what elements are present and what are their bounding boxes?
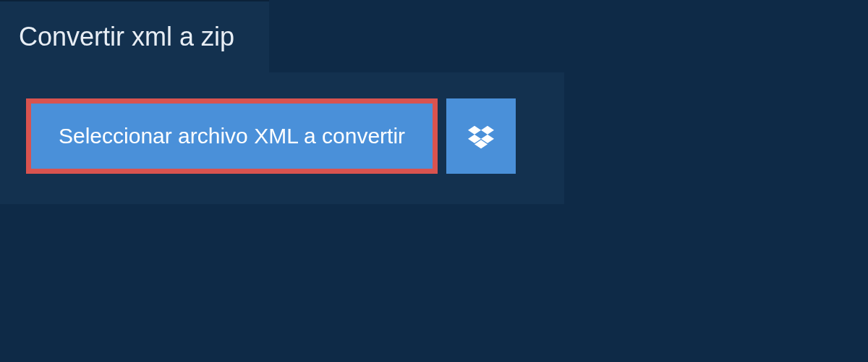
page-title: Convertir xml a zip (19, 22, 234, 51)
select-file-button[interactable]: Seleccionar archivo XML a convertir (26, 98, 438, 174)
select-file-label: Seleccionar archivo XML a convertir (59, 124, 405, 148)
upload-panel: Seleccionar archivo XML a convertir (0, 72, 564, 204)
dropbox-icon (468, 123, 494, 149)
dropbox-button[interactable] (446, 98, 516, 174)
page-title-tab: Convertir xml a zip (0, 0, 269, 72)
button-row: Seleccionar archivo XML a convertir (26, 98, 538, 174)
